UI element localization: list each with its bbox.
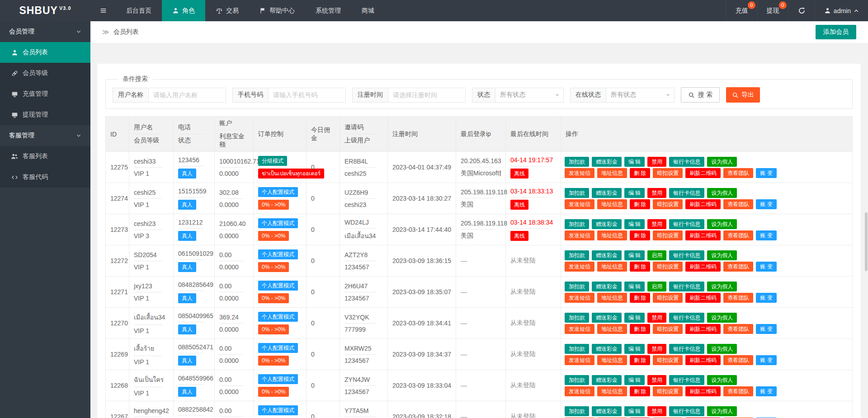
search-button[interactable]: 搜 索 [681,87,720,103]
account-change-button[interactable]: 账 变 [756,230,776,240]
order-mode-badge[interactable]: 个人配置模式 [258,405,298,415]
refresh-qrcode-button[interactable]: 刷新二维码 [685,324,721,334]
gift-bonus-button[interactable]: 赠送彩金 [592,344,622,354]
online-status-filter-select[interactable]: 所有状态 [606,88,675,103]
delete-button[interactable]: 删 除 [630,293,650,303]
view-team-button[interactable]: 查看团队 [723,324,753,334]
set-fake-user-button[interactable]: 设为假人 [707,375,737,385]
order-mode-badge[interactable]: 个人配置模式 [258,343,298,353]
address-info-button[interactable]: 地址信息 [597,355,627,365]
export-button[interactable]: 导出 [726,87,760,103]
gift-bonus-button[interactable]: 赠送彩金 [592,188,622,198]
order-mode-detail-badge[interactable]: 0% - >0% [258,387,289,397]
edit-button[interactable]: 编 辑 [624,250,645,260]
hidden-deduction-button[interactable]: 暗扣设置 [653,386,683,396]
bank-card-info-button[interactable]: 银行卡信息 [669,219,704,229]
register-time-filter-input[interactable] [388,88,466,103]
status-filter-select[interactable]: 所有状态 [495,88,564,103]
hidden-deduction-button[interactable]: 暗扣设置 [653,293,683,303]
order-mode-badge[interactable]: 个人配置模式 [258,374,298,384]
order-mode-detail-badge[interactable]: 0% - >0% [258,324,289,334]
refresh-qrcode-button[interactable]: 刷新二维码 [685,293,721,303]
sidebar-item-service-code[interactable]: 客服代码 [0,167,90,188]
withdraw-menu-item[interactable]: 提现 0 [757,0,788,21]
sidebar-group-service-management[interactable]: 客服管理 [0,125,90,146]
edit-button[interactable]: 编 辑 [624,313,645,323]
address-info-button[interactable]: 地址信息 [597,262,627,272]
gift-bonus-button[interactable]: 赠送彩金 [592,219,622,229]
delete-button[interactable]: 删 除 [630,199,650,209]
account-change-button[interactable]: 账 变 [756,168,776,178]
order-mode-badge[interactable]: 个人配置模式 [258,249,298,259]
disable-button[interactable]: 禁用 [647,344,666,354]
account-change-button[interactable]: 账 变 [756,293,776,303]
set-fake-user-button[interactable]: 设为假人 [707,188,737,198]
account-change-button[interactable]: 账 变 [756,262,776,272]
edit-button[interactable]: 编 辑 [624,406,645,416]
refresh-qrcode-button[interactable]: 刷新二维码 [685,262,721,272]
set-fake-user-button[interactable]: 设为假人 [707,282,737,291]
add-deduct-button[interactable]: 加扣款 [565,344,589,354]
order-mode-detail-badge[interactable]: 0% - >0% [258,293,289,303]
account-change-button[interactable]: 账 变 [756,199,776,209]
nav-item-role[interactable]: 角色 [162,0,205,21]
edit-button[interactable]: 编 辑 [624,282,645,291]
address-info-button[interactable]: 地址信息 [597,324,627,334]
add-member-button[interactable]: 添加会员 [816,25,856,39]
edit-button[interactable]: 编 辑 [624,188,645,198]
set-fake-user-button[interactable]: 设为假人 [707,157,737,167]
set-fake-user-button[interactable]: 设为假人 [707,406,737,416]
refresh-qrcode-button[interactable]: 刷新二维码 [685,199,721,209]
add-deduct-button[interactable]: 加扣款 [565,406,589,416]
refresh-qrcode-button[interactable]: 刷新二维码 [685,168,721,178]
add-deduct-button[interactable]: 加扣款 [565,313,589,323]
scrollbar-thumb[interactable] [865,212,868,271]
order-mode-detail-badge[interactable]: 0% - >0% [258,231,289,241]
sidebar-item-recharge-management[interactable]: 充值管理 [0,84,90,104]
view-team-button[interactable]: 查看团队 [723,293,753,303]
disable-button[interactable]: 禁用 [647,188,666,198]
view-team-button[interactable]: 查看团队 [723,230,753,240]
address-info-button[interactable]: 地址信息 [597,386,627,396]
view-team-button[interactable]: 查看团队 [723,199,753,209]
admin-user-menu[interactable]: admin [815,0,868,21]
edit-button[interactable]: 编 辑 [624,375,645,385]
nav-item-help-center[interactable]: 帮助中心 [249,0,305,21]
delete-button[interactable]: 删 除 [630,355,650,365]
view-team-button[interactable]: 查看团队 [723,262,753,272]
real-user-badge[interactable]: 真人 [178,387,196,397]
bank-card-info-button[interactable]: 银行卡信息 [669,406,704,416]
real-user-badge[interactable]: 真人 [178,200,196,210]
gift-bonus-button[interactable]: 赠送彩金 [592,375,622,385]
scrollbar[interactable] [864,21,868,418]
real-user-badge[interactable]: 真人 [178,169,196,178]
bank-card-info-button[interactable]: 银行卡信息 [669,157,704,167]
disable-button[interactable]: 禁用 [647,406,666,416]
edit-button[interactable]: 编 辑 [624,219,645,229]
recharge-menu-item[interactable]: 充值 0 [726,0,757,21]
set-fake-user-button[interactable]: 设为假人 [707,344,737,354]
set-fake-user-button[interactable]: 设为假人 [707,219,737,229]
add-deduct-button[interactable]: 加扣款 [565,219,589,229]
hidden-deduction-button[interactable]: 暗扣设置 [653,262,683,272]
send-sms-button[interactable]: 发送短信 [565,324,594,334]
order-mode-badge[interactable]: 个人配置模式 [258,218,298,228]
order-mode-badge[interactable]: 个人配置模式 [258,281,298,291]
refresh-qrcode-button[interactable]: 刷新二维码 [685,386,721,396]
send-sms-button[interactable]: 发送短信 [565,199,594,209]
order-mode-badge[interactable]: 个人配置模式 [258,312,298,322]
account-change-button[interactable]: 账 变 [756,355,776,365]
disable-button[interactable]: 禁用 [647,219,666,229]
edit-button[interactable]: 编 辑 [624,344,645,354]
hidden-deduction-button[interactable]: 暗扣设置 [653,324,683,334]
hidden-deduction-button[interactable]: 暗扣设置 [653,199,683,209]
disable-button[interactable]: 禁用 [647,375,666,385]
set-fake-user-button[interactable]: 设为假人 [707,313,737,323]
real-user-badge[interactable]: 真人 [178,262,196,272]
hidden-deduction-button[interactable]: 暗扣设置 [653,355,683,365]
hamburger-menu-button[interactable] [90,0,116,21]
send-sms-button[interactable]: 发送短信 [565,262,594,272]
disable-button[interactable]: 禁用 [647,313,666,323]
view-team-button[interactable]: 查看团队 [723,168,753,178]
hidden-deduction-button[interactable]: 暗扣设置 [653,168,683,178]
